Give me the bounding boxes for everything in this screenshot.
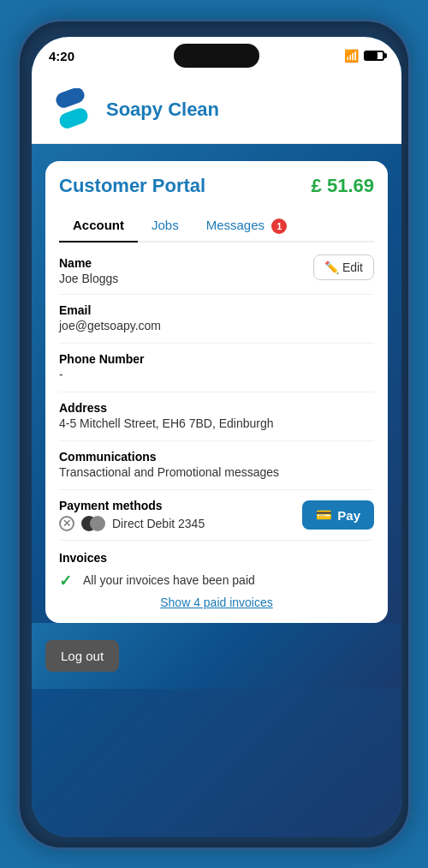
app-name: Soapy Clean [106,99,219,121]
balance-amount: £ 51.69 [312,175,374,197]
communications-value: Transactional and Promotional messages [59,465,374,479]
divider-4 [59,440,374,441]
tab-jobs[interactable]: Jobs [138,211,193,241]
name-label: Name [59,256,313,270]
paid-message: All your invoices have been paid [83,573,255,587]
name-info: Name Joe Bloggs [59,256,313,285]
email-value: joe@getsoapy.com [59,319,374,332]
messages-badge: 1 [271,218,287,234]
address-label: Address [59,401,374,415]
show-paid-invoices-link[interactable]: Show 4 paid invoices [59,596,374,609]
svg-rect-1 [57,106,90,131]
invoices-label: Invoices [59,551,374,565]
tab-account[interactable]: Account [59,211,138,242]
wifi-icon: 📶 [344,49,359,63]
logout-button[interactable]: Log out [45,640,119,672]
divider-5 [59,489,374,490]
invoices-section: Invoices ✓ All your invoices have been p… [59,551,374,609]
status-icons: 📶 [344,49,384,63]
app-header: Soapy Clean [32,75,401,144]
divider-6 [59,540,374,541]
phone-label: Phone Number [59,352,374,366]
battery-icon [364,51,384,61]
name-row: Name Joe Bloggs ✏️ Edit [59,256,374,285]
svg-rect-0 [54,88,86,110]
cancel-dd-icon[interactable]: ✕ [59,516,74,531]
direct-debit-text: Direct Debit 2345 [112,517,205,530]
communications-section: Communications Transactional and Promoti… [59,450,374,479]
dynamic-island [174,44,259,68]
divider-3 [59,392,374,392]
payment-methods-row: Payment methods ✕ Direct Debit 2345 [59,499,374,531]
status-time: 4:20 [49,49,74,63]
paid-status-row: ✓ All your invoices have been paid [59,572,374,589]
divider-1 [59,294,374,295]
phone-section: Phone Number - [59,352,374,381]
payment-methods-label: Payment methods [59,499,302,512]
checkmark-icon: ✓ [59,572,76,589]
app-logo [49,88,96,131]
wallet-icon: 💳 [316,507,332,523]
portal-title: Customer Portal [59,175,205,197]
tab-bar: Account Jobs Messages 1 [59,211,374,242]
name-value: Joe Bloggs [59,272,313,285]
direct-debit-logo [81,516,105,531]
customer-portal-card: Customer Portal £ 51.69 Account Jobs [45,161,388,623]
edit-button[interactable]: ✏️ Edit [313,254,374,280]
direct-debit-row: ✕ Direct Debit 2345 [59,516,302,531]
pay-button[interactable]: 💳 Pay [302,500,374,530]
payment-info: Payment methods ✕ Direct Debit 2345 [59,499,302,531]
phone-value: - [59,368,374,381]
communications-label: Communications [59,450,374,464]
tab-messages[interactable]: Messages 1 [193,211,301,241]
email-label: Email [59,303,374,317]
divider-2 [59,343,374,344]
account-content: Name Joe Bloggs ✏️ Edit [59,256,374,609]
card-header: Customer Portal £ 51.69 [59,175,374,197]
logout-area: Log out [32,623,401,689]
email-section: Email joe@getsoapy.com [59,303,374,332]
edit-pencil-icon: ✏️ [324,260,339,274]
address-section: Address 4-5 Mitchell Street, EH6 7BD, Ed… [59,401,374,430]
status-bar: 4:20 📶 [32,37,401,75]
address-value: 4-5 Mitchell Street, EH6 7BD, Edinburgh [59,416,374,430]
